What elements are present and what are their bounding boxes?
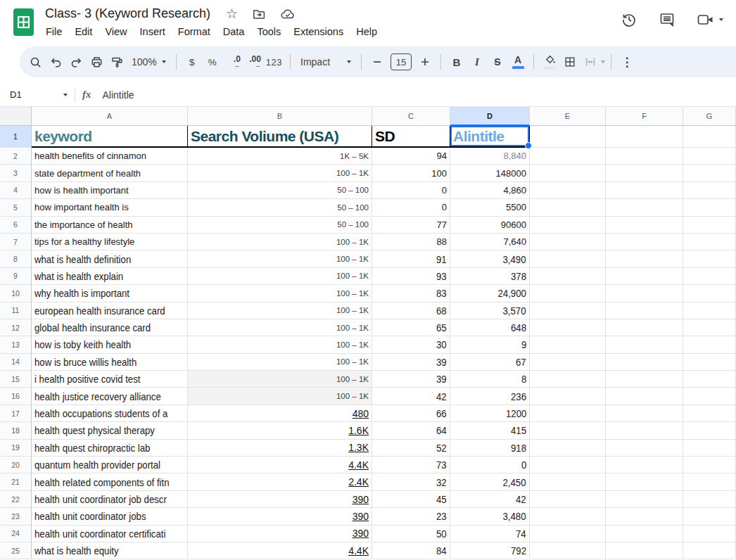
row-header-19[interactable]: 19 [0, 440, 32, 457]
cell-D25[interactable]: 792 [450, 542, 530, 559]
cell-B17[interactable]: 480 [188, 405, 372, 422]
cell-F2[interactable] [606, 148, 683, 165]
cell-C15[interactable]: 39 [372, 371, 450, 388]
column-header-E[interactable]: E [530, 107, 606, 126]
cell-F21[interactable] [606, 473, 683, 490]
cell-B6[interactable]: 50 – 100 [188, 217, 372, 234]
cell-D11[interactable]: 3,570 [450, 303, 530, 319]
row-header-4[interactable]: 4 [0, 182, 32, 199]
cell-A1[interactable]: keyword [32, 126, 188, 148]
text-color-button[interactable]: A [508, 52, 528, 72]
search-icon[interactable] [25, 52, 45, 72]
cell-C7[interactable]: 88 [372, 234, 450, 250]
fill-color-button[interactable] [540, 52, 559, 72]
merge-cells-button[interactable] [580, 52, 600, 72]
cell-F8[interactable] [606, 250, 683, 267]
cell-E5[interactable] [530, 199, 606, 216]
cell-C3[interactable]: 100 [372, 165, 450, 182]
font-size-input[interactable]: 15 [391, 53, 412, 70]
star-icon[interactable]: ☆ [226, 7, 238, 20]
cell-C8[interactable]: 91 [372, 250, 450, 267]
cell-G1[interactable] [683, 126, 736, 148]
cell-G21[interactable] [683, 473, 736, 490]
row-header-18[interactable]: 18 [0, 422, 32, 439]
cell-A15[interactable]: i health positive covid test [32, 371, 188, 388]
cell-D2[interactable]: 8,840 [450, 148, 530, 165]
cell-G7[interactable] [683, 234, 736, 250]
cell-A23[interactable]: health unit coordinator jobs [32, 508, 188, 525]
row-header-12[interactable]: 12 [0, 319, 32, 336]
cell-G23[interactable] [683, 508, 736, 525]
cell-D5[interactable]: 5500 [450, 199, 530, 216]
cell-B21[interactable]: 2.4K [188, 473, 372, 490]
cell-A5[interactable]: how important health is [32, 199, 188, 216]
row-header-24[interactable]: 24 [0, 526, 32, 542]
cell-B4[interactable]: 50 – 100 [188, 182, 372, 199]
row-header-5[interactable]: 5 [0, 199, 32, 216]
cell-G4[interactable] [683, 182, 736, 199]
cell-G15[interactable] [683, 371, 736, 388]
cell-C19[interactable]: 52 [372, 440, 450, 457]
cell-C11[interactable]: 68 [372, 303, 450, 319]
cell-F9[interactable] [606, 268, 683, 285]
cell-B15[interactable]: 100 – 1K [188, 371, 372, 388]
cell-B20[interactable]: 4.4K [188, 457, 372, 473]
cell-C25[interactable]: 84 [372, 542, 450, 559]
menu-extensions[interactable]: Extensions [287, 25, 350, 39]
row-header-20[interactable]: 20 [0, 457, 32, 473]
menu-edit[interactable]: Edit [68, 25, 99, 39]
cell-D16[interactable]: 236 [450, 388, 530, 405]
cell-E6[interactable] [530, 217, 606, 234]
increase-font-size-button[interactable] [415, 52, 435, 72]
cell-E13[interactable] [530, 336, 606, 353]
cell-B12[interactable]: 100 – 1K [188, 319, 372, 336]
cell-A11[interactable]: european health insurance card [32, 303, 188, 319]
cell-F3[interactable] [606, 165, 683, 182]
borders-button[interactable] [560, 52, 580, 72]
cell-C14[interactable]: 39 [372, 354, 450, 371]
cell-F12[interactable] [606, 319, 683, 336]
cell-C4[interactable]: 0 [372, 182, 450, 199]
cell-E14[interactable] [530, 354, 606, 371]
cell-A24[interactable]: health unit coordinator certificati [32, 526, 188, 542]
cell-C13[interactable]: 30 [372, 336, 450, 353]
cell-G10[interactable] [683, 285, 736, 302]
cell-E11[interactable] [530, 303, 606, 319]
cell-F13[interactable] [606, 336, 683, 353]
cell-G17[interactable] [683, 405, 736, 422]
cell-A10[interactable]: why health is important [32, 285, 188, 302]
cell-G3[interactable] [683, 165, 736, 182]
cell-F15[interactable] [606, 371, 683, 388]
cell-F19[interactable] [606, 440, 683, 457]
move-to-folder-icon[interactable] [252, 7, 266, 21]
cell-G14[interactable] [683, 354, 736, 371]
column-header-B[interactable]: B [188, 107, 372, 126]
row-header-22[interactable]: 22 [0, 491, 32, 508]
cell-A12[interactable]: global health insurance card [32, 319, 188, 336]
document-title[interactable]: Class- 3 (Keyword Research) [45, 6, 210, 21]
row-header-11[interactable]: 11 [0, 303, 32, 319]
cell-E23[interactable] [530, 508, 606, 525]
cell-F4[interactable] [606, 182, 683, 199]
row-header-9[interactable]: 9 [0, 268, 32, 285]
cell-B3[interactable]: 100 – 1K [188, 165, 372, 182]
video-call-dropdown-caret[interactable] [719, 18, 723, 21]
menu-format[interactable]: Format [172, 25, 217, 39]
cell-E20[interactable] [530, 457, 606, 473]
cell-D19[interactable]: 918 [450, 440, 530, 457]
row-header-14[interactable]: 14 [0, 354, 32, 371]
cell-G25[interactable] [683, 542, 736, 559]
cell-E4[interactable] [530, 182, 606, 199]
cell-C12[interactable]: 65 [372, 319, 450, 336]
cell-D1[interactable]: Alintitle [450, 126, 530, 148]
cell-A16[interactable]: health justice recovery alliance [32, 388, 188, 405]
cell-A19[interactable]: health quest chiropractic lab [32, 440, 188, 457]
cell-F17[interactable] [606, 405, 683, 422]
row-header-2[interactable]: 2 [0, 148, 32, 165]
cell-A14[interactable]: how is bruce willis health [32, 354, 188, 371]
cell-F16[interactable] [606, 388, 683, 405]
cell-B18[interactable]: 1.6K [188, 422, 372, 439]
cell-D4[interactable]: 4,860 [450, 182, 530, 199]
cell-F22[interactable] [606, 491, 683, 508]
cell-C2[interactable]: 94 [372, 148, 450, 165]
